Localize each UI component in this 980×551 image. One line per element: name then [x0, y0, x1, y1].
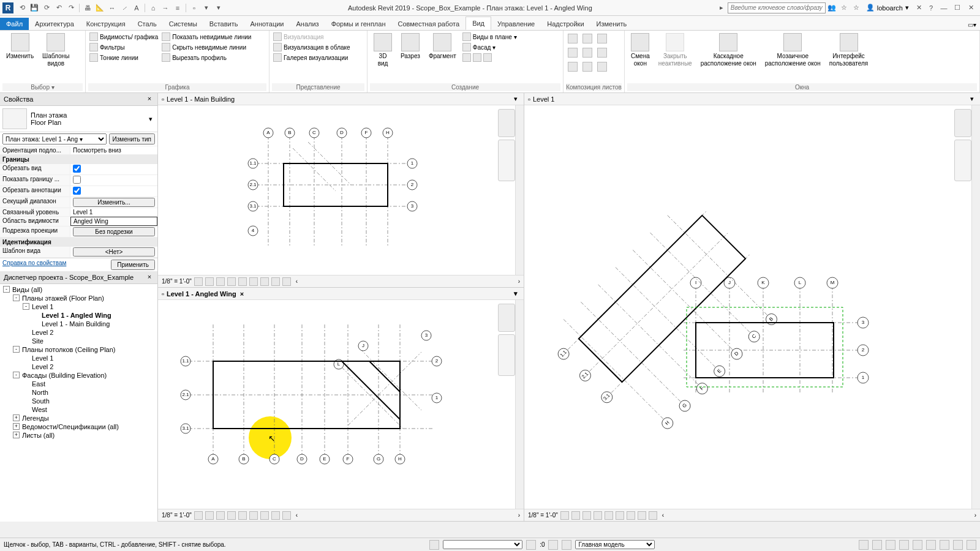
tree-item[interactable]: -Планы этажей (Floor Plan): [1, 294, 156, 302]
tree-item[interactable]: -Виды (all): [1, 285, 156, 294]
qat-undo[interactable]: ↶: [53, 2, 64, 13]
prop-row[interactable]: Обрезать аннотации: [0, 186, 157, 197]
close-button[interactable]: ✕: [964, 2, 978, 13]
modify-button[interactable]: Изменить: [2, 32, 37, 61]
sheet-ico1[interactable]: [566, 32, 579, 45]
qat-3d[interactable]: ⌂: [148, 2, 159, 13]
tree-item[interactable]: Level 1 - Main Building: [1, 320, 156, 328]
edit-type-button[interactable]: Изменить тип: [109, 133, 155, 144]
sheet-ico9[interactable]: [595, 60, 609, 73]
viewport-main-building[interactable]: A B C D F H 1.11 2.12 3.13 4: [158, 105, 524, 275]
tree-item[interactable]: Level 1 - Angled Wing: [1, 311, 156, 320]
tab-manage[interactable]: Управление: [491, 18, 541, 30]
qat-sync[interactable]: ⟳: [41, 2, 52, 13]
apply-button[interactable]: Применить: [111, 260, 155, 270]
prop-row[interactable]: Ориентация подло...Посмотреть вниз: [0, 146, 157, 155]
tab-file[interactable]: Файл: [0, 18, 29, 30]
show-hidden-button[interactable]: Показать невидимые линии: [160, 32, 252, 42]
nav-wheel-icon-3[interactable]: [954, 140, 971, 181]
info-icon[interactable]: ▸: [716, 2, 727, 13]
sheet-ico3[interactable]: [595, 32, 609, 45]
qat-switch[interactable]: ▾: [201, 2, 212, 13]
filters-button[interactable]: Фильтры: [88, 42, 159, 52]
tree-item[interactable]: Level 1: [1, 354, 156, 362]
tree-item[interactable]: -Фасады (Building Elevation): [1, 371, 156, 380]
visibility-button[interactable]: Видимость/ графика: [88, 32, 159, 42]
tab-massing[interactable]: Формы и генплан: [325, 18, 392, 30]
scrollbar-v-2[interactable]: [515, 300, 524, 509]
star-icon[interactable]: ☆: [839, 2, 850, 13]
tree-item[interactable]: Level 2: [1, 328, 156, 337]
prop-row[interactable]: Обрезать вид: [0, 164, 157, 175]
vc-ico[interactable]: [194, 277, 203, 286]
tab-collab[interactable]: Совместная работа: [391, 18, 466, 30]
maximize-button[interactable]: ☐: [951, 2, 964, 13]
prop-row[interactable]: Секущий диапазонИзменить...: [0, 197, 157, 208]
qat-text[interactable]: A: [131, 2, 142, 13]
expand-icon[interactable]: -: [13, 346, 20, 353]
prop-row[interactable]: Связанный уровеньLevel 1: [0, 208, 157, 217]
status-ico[interactable]: [429, 540, 439, 550]
expand-icon[interactable]: +: [13, 423, 20, 430]
view-close-icon[interactable]: ×: [240, 290, 244, 298]
browser-close-button[interactable]: ×: [145, 273, 154, 282]
search-input[interactable]: [728, 2, 826, 13]
thin-lines-button[interactable]: Тонкие линии: [88, 53, 159, 62]
comm-icon[interactable]: 👥: [826, 2, 837, 13]
remove-hidden-button[interactable]: Скрыть невидимые линии: [160, 42, 252, 52]
viewport-angled-wing[interactable]: ↖ A B C D E F G H 1.1 2.1 3.1: [158, 300, 524, 509]
tree-item[interactable]: Level 2: [1, 362, 156, 371]
tile-button[interactable]: Мозаичное расположение окон: [761, 32, 824, 69]
sheet-ico2[interactable]: [581, 32, 594, 45]
3d-view-button[interactable]: 3D вид: [370, 32, 396, 69]
sheet-ico7[interactable]: [566, 60, 579, 73]
sheet-ico4[interactable]: [566, 46, 579, 59]
prop-row[interactable]: Область видимостиAngled Wing: [0, 217, 157, 227]
tab-struct[interactable]: Конструкция: [80, 18, 132, 30]
expand-icon[interactable]: -: [13, 294, 20, 301]
model-select[interactable]: Главная модель: [575, 540, 655, 549]
plan-views-button[interactable]: Виды в плане ▾: [461, 32, 518, 42]
qat-print[interactable]: 🖶: [82, 2, 93, 13]
cloud-render-button[interactable]: Визуализация в облаке: [272, 42, 352, 52]
cascade-button[interactable]: Каскадное расположение окон: [697, 32, 760, 69]
qat-close[interactable]: ▫: [189, 2, 200, 13]
qat-measure[interactable]: 📐: [94, 2, 105, 13]
type-selector[interactable]: План этажаFloor Plan ▾: [0, 106, 157, 132]
expand-icon[interactable]: -: [3, 286, 10, 293]
tree-item[interactable]: +Листы (all): [1, 431, 156, 440]
viewport-level1[interactable]: I J K L M 1 2 3 H G F: [524, 105, 980, 509]
view-tab-level1[interactable]: ▫ Level 1▾: [524, 93, 980, 105]
qat-thin[interactable]: ≡: [172, 2, 183, 13]
tab-insert[interactable]: Вставить: [203, 18, 244, 30]
help-icon[interactable]: ?: [925, 2, 937, 13]
render-gallery-button[interactable]: Галерея визуализации: [272, 53, 352, 62]
project-tree[interactable]: -Виды (all)-Планы этажей (Floor Plan)-Le…: [0, 284, 157, 441]
tab-view[interactable]: Вид: [466, 17, 491, 30]
star2-icon[interactable]: ☆: [851, 2, 862, 13]
properties-help-link[interactable]: Справка по свойствам: [2, 260, 66, 270]
qat-dim[interactable]: ↔: [107, 2, 118, 13]
sheet-ico8[interactable]: [581, 60, 594, 73]
properties-close-button[interactable]: ×: [145, 95, 154, 103]
tree-item[interactable]: -Level 1: [1, 302, 156, 311]
prop-row[interactable]: Подрезка проекцииБез подрезки: [0, 227, 157, 238]
tab-arch[interactable]: Архитектура: [29, 18, 80, 30]
ribbon-collapse-button[interactable]: ▭▾: [964, 20, 980, 30]
scale-label[interactable]: 1/8" = 1'-0": [162, 278, 192, 285]
qat-redo[interactable]: ↷: [66, 2, 77, 13]
user-menu[interactable]: 👤 loboarch ▾: [866, 4, 909, 12]
instance-select[interactable]: План этажа: Level 1 - Ang ▾: [2, 133, 107, 144]
tree-item[interactable]: North: [1, 388, 156, 397]
tab-modify[interactable]: Изменить: [590, 18, 633, 30]
tab-annotate[interactable]: Аннотации: [244, 18, 290, 30]
tree-item[interactable]: West: [1, 405, 156, 414]
tree-item[interactable]: South: [1, 397, 156, 405]
create-more-button[interactable]: [461, 53, 518, 62]
prop-row[interactable]: Показать границу ...: [0, 175, 157, 186]
view-tab-angled[interactable]: ▫ Level 1 - Angled Wing ×▾: [158, 288, 524, 300]
qat-section[interactable]: →: [160, 2, 171, 13]
tree-item[interactable]: East: [1, 380, 156, 388]
switch-windows-button[interactable]: Смена окон: [627, 32, 654, 69]
expand-icon[interactable]: -: [13, 372, 20, 378]
